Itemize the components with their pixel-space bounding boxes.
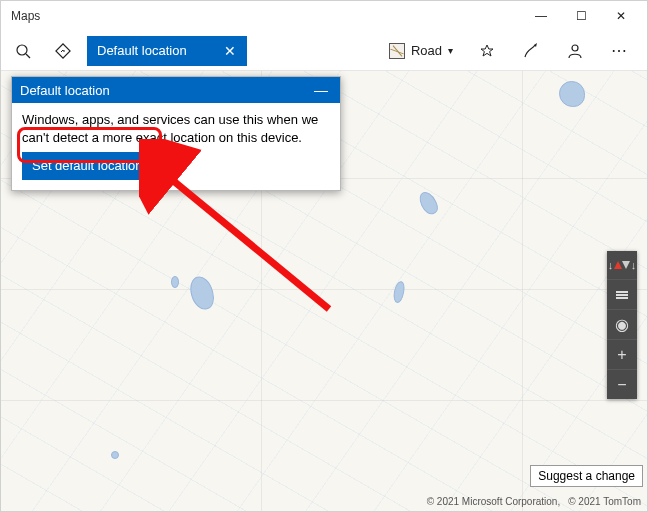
chevron-down-icon: ▾ bbox=[448, 45, 453, 56]
lake-shape bbox=[392, 280, 406, 303]
attribution: © 2021 Microsoft Corporation, © 2021 Tom… bbox=[427, 496, 641, 507]
locate-me-button[interactable]: ◉ bbox=[607, 309, 637, 339]
clear-search-icon[interactable]: ✕ bbox=[221, 43, 239, 59]
map-controls: ↓ ↓ ◉ + − bbox=[607, 251, 637, 399]
more-icon[interactable]: ⋯ bbox=[603, 35, 635, 67]
svg-marker-3 bbox=[481, 45, 493, 56]
window-controls: — ☐ ✕ bbox=[521, 1, 641, 31]
panel-header: Default location — bbox=[12, 77, 340, 103]
maximize-button[interactable]: ☐ bbox=[561, 1, 601, 31]
map-view-label: Road bbox=[411, 43, 442, 58]
maps-window: Maps — ☐ ✕ Default location ✕ Road bbox=[0, 0, 648, 512]
set-default-location-button[interactable]: Set default location bbox=[22, 152, 153, 180]
close-window-button[interactable]: ✕ bbox=[601, 1, 641, 31]
map-view-dropdown[interactable]: Road ▾ bbox=[383, 39, 459, 63]
road-view-icon bbox=[389, 43, 405, 59]
search-icon[interactable] bbox=[7, 35, 39, 67]
zoom-out-button[interactable]: − bbox=[607, 369, 637, 399]
compass-button[interactable] bbox=[614, 251, 630, 279]
ink-icon[interactable] bbox=[515, 35, 547, 67]
svg-point-5 bbox=[572, 45, 578, 51]
lake-shape bbox=[417, 189, 441, 217]
panel-collapse-button[interactable]: — bbox=[310, 82, 332, 98]
attribution-tomtom: © 2021 TomTom bbox=[568, 496, 641, 507]
saved-places-icon[interactable] bbox=[471, 35, 503, 67]
suggest-change-button[interactable]: Suggest a change bbox=[530, 465, 643, 487]
toolbar: Default location ✕ Road ▾ ⋯ bbox=[1, 31, 647, 71]
tilt-left-button[interactable]: ↓ bbox=[607, 251, 614, 279]
tilt-right-button[interactable]: ↓ bbox=[630, 251, 637, 279]
window-title: Maps bbox=[11, 9, 40, 23]
lake-shape bbox=[111, 451, 119, 459]
search-chip[interactable]: Default location ✕ bbox=[87, 36, 247, 66]
account-icon[interactable] bbox=[559, 35, 591, 67]
panel-title: Default location bbox=[20, 83, 310, 98]
default-location-panel: Default location — Windows, apps, and se… bbox=[11, 76, 341, 191]
lake-shape bbox=[171, 276, 179, 288]
title-bar: Maps — ☐ ✕ bbox=[1, 1, 647, 31]
lake-shape bbox=[559, 81, 585, 107]
svg-point-0 bbox=[17, 45, 27, 55]
search-chip-label: Default location bbox=[97, 43, 213, 58]
directions-icon[interactable] bbox=[47, 35, 79, 67]
minimize-button[interactable]: — bbox=[521, 1, 561, 31]
zoom-in-button[interactable]: + bbox=[607, 339, 637, 369]
panel-body-text: Windows, apps, and services can use this… bbox=[22, 111, 330, 146]
attribution-ms: © 2021 Microsoft Corporation, bbox=[427, 496, 561, 507]
lake-shape bbox=[187, 274, 217, 313]
svg-line-1 bbox=[26, 54, 30, 58]
tilt-3d-button[interactable] bbox=[607, 279, 637, 309]
